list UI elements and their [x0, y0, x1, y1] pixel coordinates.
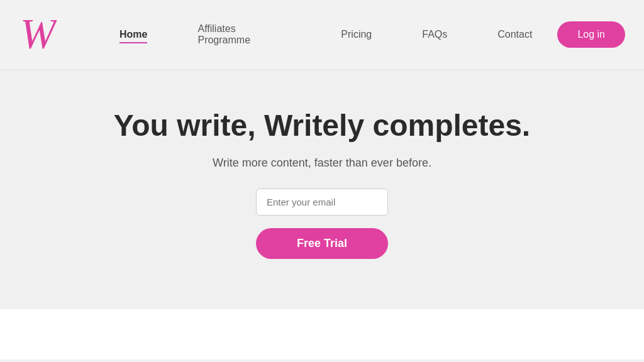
svg-text:W: W [20, 11, 57, 55]
nav-item-affiliates[interactable]: Affiliates Programme [172, 23, 316, 46]
nav-links: Home Affiliates Programme Pricing FAQs C… [94, 23, 557, 46]
nav-link-contact[interactable]: Contact [497, 29, 532, 40]
login-button[interactable]: Log in [557, 21, 625, 48]
hero-section: You write, Writely completes. Write more… [0, 69, 644, 309]
nav-item-contact[interactable]: Contact [472, 29, 557, 40]
logo[interactable]: W [19, 11, 57, 58]
bottom-section [0, 309, 644, 359]
nav-item-faqs[interactable]: FAQs [397, 29, 472, 40]
nav-right: Log in [557, 21, 625, 48]
nav-link-pricing[interactable]: Pricing [341, 29, 372, 40]
nav-link-faqs[interactable]: FAQs [422, 29, 447, 40]
hero-subtitle: Write more content, faster than ever bef… [213, 156, 431, 170]
free-trial-button[interactable]: Free Trial [256, 228, 388, 259]
hero-title: You write, Writely completes. [114, 107, 530, 144]
navbar: W Home Affiliates Programme Pricing FAQs… [0, 0, 644, 69]
nav-item-home[interactable]: Home [94, 29, 172, 40]
nav-item-pricing[interactable]: Pricing [316, 29, 397, 40]
nav-link-home[interactable]: Home [119, 29, 147, 43]
nav-link-affiliates[interactable]: Affiliates Programme [197, 23, 250, 45]
email-input[interactable] [256, 189, 388, 216]
